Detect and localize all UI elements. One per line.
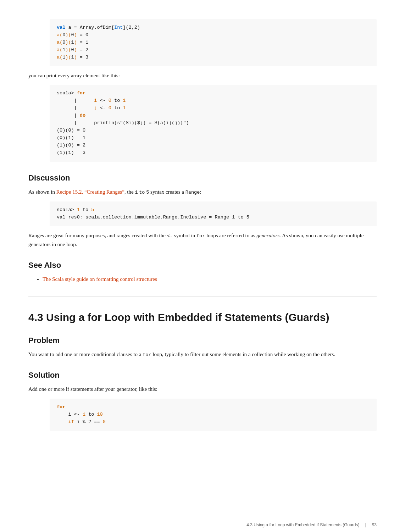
code-block-guard: for i <- 1 to 10 if i % 2 == 0 — [50, 399, 377, 431]
footer-page-number: 93 — [372, 522, 377, 528]
discussion-para-1: As shown in Recipe 15.2, “Creating Range… — [28, 188, 377, 196]
discussion-heading: Discussion — [28, 172, 377, 184]
footer-chapter-title: 4.3 Using a for Loop with Embedded if St… — [246, 522, 359, 528]
prose-print-array: you can print every array element like t… — [28, 71, 377, 80]
code-block-array-init: val a = Array.ofDim[Int](2,2) a(0)(0) = … — [50, 19, 377, 66]
code-block-for-loop: scala> for | i <- 0 to 1 | j <- 0 to 1 |… — [50, 85, 377, 161]
page: val a = Array.ofDim[Int](2,2) a(0)(0) = … — [0, 0, 405, 532]
see-also-list: The Scala style guide on formatting cont… — [28, 275, 377, 283]
chapter-heading: 4.3 Using a for Loop with Embedded if St… — [28, 311, 377, 324]
problem-para: You want to add one or more conditional … — [28, 350, 377, 359]
chapter-title: Using a for Loop with Embedded if Statem… — [46, 311, 329, 323]
code-block-range: scala> 1 to 5 val res0: scala.collection… — [50, 201, 377, 226]
section-divider — [28, 296, 377, 297]
code-val-keyword: val — [57, 25, 65, 30]
see-also-link-1[interactable]: The Scala style guide on formatting cont… — [43, 276, 157, 282]
see-also-heading: See Also — [28, 259, 377, 271]
discussion-pre-text: As shown in — [28, 189, 56, 195]
chapter-number: 4.3 — [28, 311, 43, 323]
solution-para: Add one or more if statements after your… — [28, 385, 377, 394]
discussion-para-2: Ranges are great for many purposes, and … — [28, 231, 377, 249]
solution-heading: Solution — [28, 369, 377, 381]
see-also-item-1: The Scala style guide on formatting cont… — [43, 275, 377, 283]
problem-heading: Problem — [28, 334, 377, 347]
discussion-link[interactable]: Recipe 15.2, “Creating Ranges” — [56, 189, 124, 195]
footer-pipe: | — [365, 522, 366, 528]
page-footer: 4.3 Using a for Loop with Embedded if St… — [0, 518, 405, 532]
